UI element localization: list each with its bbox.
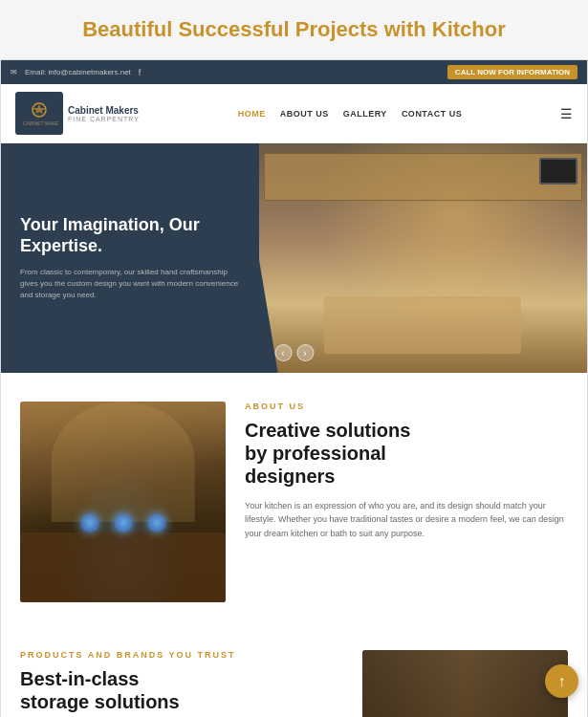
about-bathroom-image xyxy=(20,402,226,602)
nav-link-gallery[interactable]: GALLERY xyxy=(343,109,387,119)
kitchen-island xyxy=(324,296,521,354)
mockup-nav: CABINET MAKERS Cabinet Makers FINE CARPE… xyxy=(1,84,587,143)
banner-title-accent: Kitchor xyxy=(432,17,506,41)
hamburger-icon[interactable]: ☰ xyxy=(560,106,573,121)
storage-bg xyxy=(362,650,568,717)
hero-title: Your Imagination, Our Expertise. xyxy=(20,215,240,256)
call-now-button[interactable]: CALL NOW FOR INFORMATION xyxy=(447,65,577,79)
kitchen-cabinets-top xyxy=(264,153,582,201)
brand-name: Cabinet Makers xyxy=(68,105,140,116)
light-orb-2 xyxy=(114,513,133,532)
products-content: PRODUCTS AND BRANDS YOU TRUST Best-in-cl… xyxy=(20,650,343,717)
products-title-line2: storage solutions xyxy=(20,691,180,712)
hero-description: From classic to contemporary, our skille… xyxy=(20,267,240,301)
light-orbs xyxy=(80,513,166,532)
counter-element xyxy=(20,532,226,603)
nav-link-contact[interactable]: CONTACT US xyxy=(402,109,462,119)
about-content: ABOUT US Creative solutions by professio… xyxy=(245,402,568,540)
storage-detail xyxy=(362,650,568,717)
about-title-line2: by professional xyxy=(245,442,568,465)
about-title-line3: designers xyxy=(245,465,568,488)
hero-right-panel xyxy=(259,143,587,373)
hero-left-panel: Your Imagination, Our Expertise. From cl… xyxy=(1,143,259,373)
hero-next-button[interactable]: › xyxy=(296,344,314,361)
mockup-topbar: ✉ Email: info@cabinetmakers.net f CALL N… xyxy=(1,60,587,84)
products-section: PRODUCTS AND BRANDS YOU TRUST Best-in-cl… xyxy=(1,631,587,717)
kitchen-tv xyxy=(539,158,577,185)
banner-title-normal: Beautiful Successful Projects with xyxy=(82,17,432,41)
nav-link-about[interactable]: ABOUT US xyxy=(280,109,329,119)
arch-shape xyxy=(51,402,195,522)
contact-info: ✉ Email: info@cabinetmakers.net f xyxy=(11,68,141,77)
light-orb-3 xyxy=(147,513,166,532)
about-description: Your kitchen is an expression of who you… xyxy=(245,499,568,540)
products-storage-image xyxy=(362,650,568,717)
light-orb-1 xyxy=(80,513,99,532)
envelope-icon: ✉ xyxy=(11,68,17,76)
logo-icon: CABINET MAKERS xyxy=(15,92,63,135)
about-title: Creative solutions by professional desig… xyxy=(245,419,568,488)
products-title-line1: Best-in-class xyxy=(20,668,140,689)
about-section: ABOUT US Creative solutions by professio… xyxy=(1,373,587,631)
logo-text: Cabinet Makers FINE CARPENTRY xyxy=(68,105,140,122)
hero-kitchen-image xyxy=(259,143,587,373)
scroll-to-top-button[interactable]: ↑ xyxy=(545,664,578,698)
hero-navigation: ‹ › xyxy=(274,344,314,361)
hero-section: Your Imagination, Our Expertise. From cl… xyxy=(1,143,587,373)
products-title: Best-in-class storage solutions xyxy=(20,667,343,713)
brand-sub: FINE CARPENTRY xyxy=(68,116,140,122)
about-section-label: ABOUT US xyxy=(245,402,568,411)
nav-logo: CABINET MAKERS Cabinet Makers FINE CARPE… xyxy=(15,92,140,135)
email-link[interactable]: Email: info@cabinetmakers.net xyxy=(25,68,131,76)
bathroom-bg xyxy=(20,402,226,602)
svg-text:CABINET MAKERS: CABINET MAKERS xyxy=(23,120,58,126)
hero-prev-button[interactable]: ‹ xyxy=(274,344,292,361)
website-mockup: ✉ Email: info@cabinetmakers.net f CALL N… xyxy=(0,59,588,717)
logo-svg: CABINET MAKERS xyxy=(20,97,58,130)
top-banner: Beautiful Successful Projects with Kitch… xyxy=(0,0,588,59)
nav-links: HOME ABOUT US GALLERY CONTACT US xyxy=(238,109,463,119)
products-section-label: PRODUCTS AND BRANDS YOU TRUST xyxy=(20,650,343,660)
facebook-icon[interactable]: f xyxy=(139,68,142,77)
nav-link-home[interactable]: HOME xyxy=(238,109,266,119)
banner-title: Beautiful Successful Projects with Kitch… xyxy=(19,17,569,42)
about-title-line1: Creative solutions xyxy=(245,419,568,442)
